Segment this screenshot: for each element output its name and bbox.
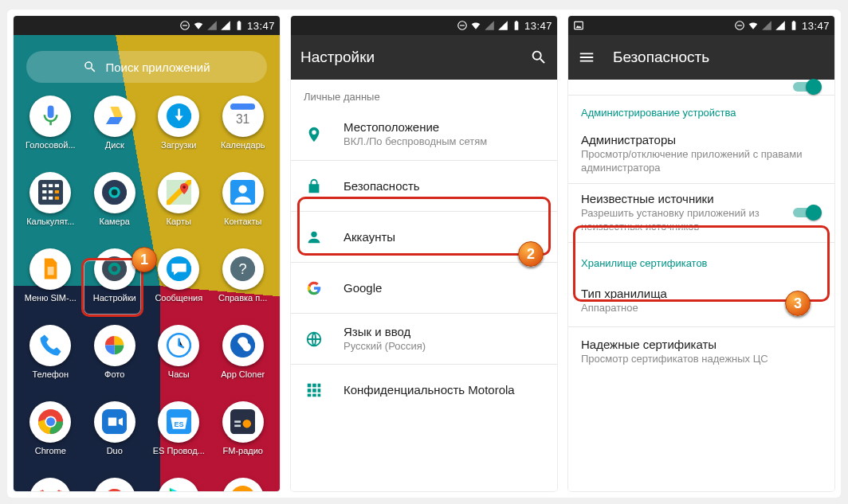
app-label: Меню SIM-... [20,293,80,303]
app-label: Календарь [213,140,273,150]
maps-icon [158,172,199,213]
calendar31-icon [222,96,264,137]
calc-icon [29,172,71,213]
screen-settings: 13:47 Настройки Личные данные Местополож… [291,16,557,491]
settings-row-apps[interactable]: Конфиденциальность Motorola [291,364,557,415]
unknown-sources-toggle[interactable] [793,205,822,220]
app-drive[interactable]: Диск [83,96,147,158]
app-label: Голосовой... [20,140,80,150]
toggle-partial[interactable] [793,80,822,94]
menu-icon[interactable] [578,49,595,66]
row-administrators[interactable]: Администраторы Просмотр/отключение прило… [568,125,834,183]
app-camera[interactable]: Камера [83,172,147,234]
app-cloner[interactable]: App Cloner [211,325,276,387]
camera-icon [94,172,135,213]
settings-row-account[interactable]: Аккаунты [291,211,557,262]
row-label: Неизвестные источники [581,192,774,205]
app-es[interactable]: ES Провод... [147,401,211,463]
section-cert-store: Хранилище сертификатов [568,242,834,275]
clock-icon [158,325,199,366]
app-label: Диск [84,140,145,150]
app-duo[interactable]: Duo [83,401,147,463]
app-help[interactable]: Справка п... [211,248,276,311]
search-icon[interactable] [530,49,548,66]
app-label: Фото [84,369,145,379]
app-mic[interactable]: Голосовой... [18,96,83,158]
search-apps-input[interactable]: Поиск приложений [26,51,267,83]
app-label: App Cloner [213,369,273,379]
app-phone[interactable]: Телефон [18,325,83,387]
photos-icon [94,325,135,366]
app-gear[interactable]: Настройки [83,248,147,311]
app-sim[interactable]: Меню SIM-... [18,248,83,311]
screenshot-icon [573,20,584,31]
status-bar: 13:47 [568,16,834,35]
signal-icon [220,20,231,31]
duo-icon [94,401,135,443]
row-label: Надежные сертификаты [581,338,822,351]
row-trusted-certs[interactable]: Надежные сертификаты Просмотр сертификат… [568,326,834,377]
section-admin: Администрирование устройства [568,96,834,125]
page-title: Настройки [300,49,512,66]
row-label: Местоположение [344,120,544,134]
app-maps[interactable]: Карты [147,172,211,234]
settings-row-googleG[interactable]: Google [291,262,557,313]
app-radio[interactable]: FM-радио [211,401,276,463]
app-label: Телефон [20,369,80,379]
wifi-icon [748,20,759,31]
download-icon [158,96,199,137]
search-icon [83,60,97,74]
sms-icon [158,248,199,290]
cloner-icon [222,325,264,366]
app-label: Калькулят... [20,217,80,226]
battery-icon [788,20,799,31]
appbar: Безопасность [568,35,834,80]
row-label: Аккаунты [344,230,544,244]
row-sub: Аппаратное [581,302,822,315]
app-label: Справка п... [213,293,273,303]
row-storage-type[interactable]: Тип хранилища Аппаратное [568,275,834,326]
radio-icon [222,401,264,443]
app-label: FM-радио [213,446,273,455]
row-unknown-sources[interactable]: Неизвестные источники Разрешить установк… [568,183,834,242]
app-google[interactable]: Google [83,478,147,491]
row-sub: Разрешить установку приложений из неизве… [581,207,774,234]
status-time: 13:47 [524,20,552,32]
app-calc[interactable]: Калькулят... [18,172,83,234]
status-bar: 13:47 [291,16,557,35]
status-bar: 13:47 [14,16,280,35]
app-contact[interactable]: Контакты [211,172,276,234]
row-sub: ВКЛ./По беспроводным сетям [344,135,544,149]
settings-row-globe[interactable]: Язык и ввод Русский (Россия) [291,313,557,364]
google-icon [94,478,135,491]
app-calendar31[interactable]: Календарь [211,96,276,158]
phone-icon [29,325,71,366]
app-play[interactable]: Google Play [147,478,211,491]
settings-row-lock[interactable]: Безопасность [291,160,557,211]
dnd-icon [457,20,468,31]
wifi-icon [470,20,481,31]
section-personal: Личные данные [291,80,557,109]
app-gmail[interactable]: Gmail [18,478,83,491]
row-label: Безопасность [344,179,544,193]
app-grid: Голосовой... Диск Загрузки Календарь Кал… [14,91,280,491]
app-chrome[interactable]: Chrome [18,401,83,463]
app-label: Загрузки [148,140,209,150]
apps-icon [304,381,324,399]
app-clock[interactable]: Часы [147,325,211,387]
chrome-icon [29,401,71,443]
app-label: Duo [84,446,145,455]
row-sub: Просмотр/отключение приложений с правами… [581,148,822,175]
app-label: Настройки [84,293,145,303]
wifi-icon [193,20,204,31]
row-label: Конфиденциальность Motorola [344,383,544,397]
lock-icon [304,178,324,195]
app-sms[interactable]: Сообщения [147,248,211,311]
search-placeholder: Поиск приложений [105,61,210,74]
app-photos[interactable]: Фото [83,325,147,387]
play-icon [158,478,199,491]
settings-row-loc[interactable]: Местоположение ВКЛ./По беспроводным сетя… [291,109,557,160]
app-music[interactable] [211,478,276,491]
screen-app-drawer: 13:47 Поиск приложений Голосовой... Диск… [14,16,280,491]
app-download[interactable]: Загрузки [147,96,211,158]
